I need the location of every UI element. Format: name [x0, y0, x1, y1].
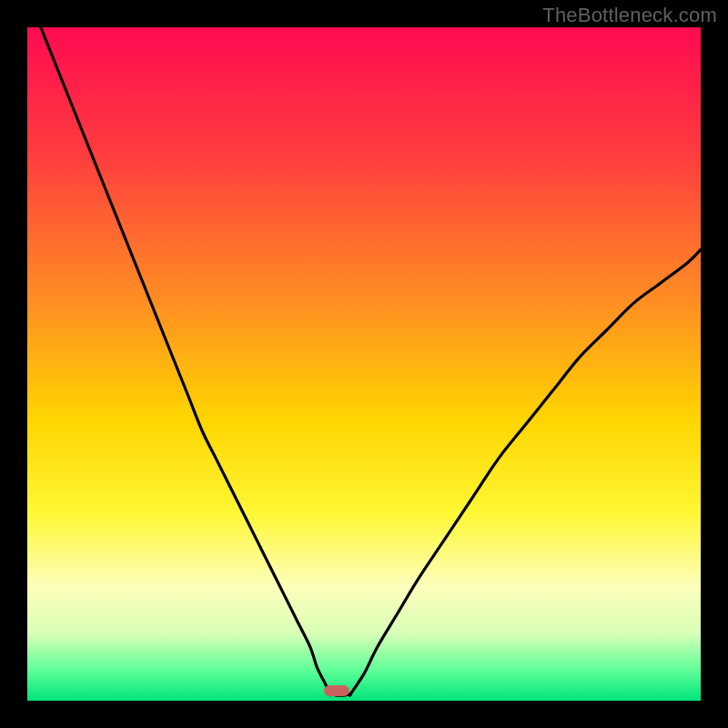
bottleneck-curve — [27, 27, 701, 701]
chart-root: TheBottleneck.com — [0, 0, 728, 728]
plot-area — [27, 27, 701, 701]
watermark-text: TheBottleneck.com — [542, 4, 717, 27]
optimal-marker — [324, 685, 349, 696]
